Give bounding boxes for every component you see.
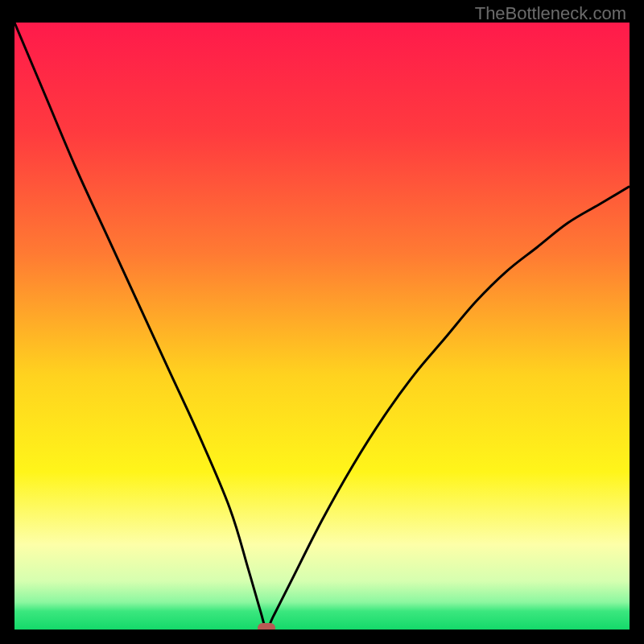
bottleneck-curve <box>14 23 630 630</box>
plot-area <box>14 23 630 630</box>
chart-frame: TheBottleneck.com <box>0 0 644 644</box>
watermark-text: TheBottleneck.com <box>475 3 626 24</box>
optimal-marker <box>258 623 275 630</box>
